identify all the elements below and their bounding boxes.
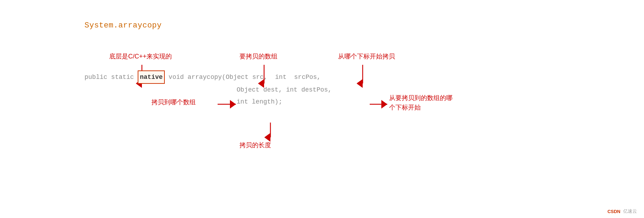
code-line-2-text: Object dest, int destPos, xyxy=(85,86,332,93)
yisu-logo: 亿速云 xyxy=(623,208,637,214)
annotation-src-array: 要拷贝的数组 xyxy=(239,52,277,61)
code-line-2: Object dest, int destPos, xyxy=(85,84,332,96)
code-line-1: public static native void arraycopy(Obje… xyxy=(85,70,332,84)
native-keyword: native xyxy=(138,70,165,84)
code-line-3: int length); xyxy=(85,96,332,108)
main-container: System.arraycopy 底层是C/C++来实现的 要拷贝的数组 从哪个… xyxy=(0,0,644,218)
annotation-dest-array: 拷贝到哪个数组 xyxy=(151,98,196,106)
annotation-dest-pos: 从要拷贝到的数组的哪个下标开始 xyxy=(389,93,452,112)
keyword-void: void arraycopy(Object src, int srcPos, xyxy=(165,74,321,81)
annotation-length: 拷贝的长度 xyxy=(239,141,271,149)
arrows-svg xyxy=(0,0,644,218)
keyword-public: public static xyxy=(85,74,138,81)
csdn-logo: CSDN xyxy=(607,209,620,214)
annotation-start-index: 从哪个下标开始拷贝 xyxy=(338,52,395,61)
branding-area: CSDN 亿速云 xyxy=(607,208,637,214)
code-block: public static native void arraycopy(Obje… xyxy=(85,70,332,108)
annotation-impl: 底层是C/C++来实现的 xyxy=(109,52,172,61)
page-title: System.arraycopy xyxy=(85,21,162,30)
